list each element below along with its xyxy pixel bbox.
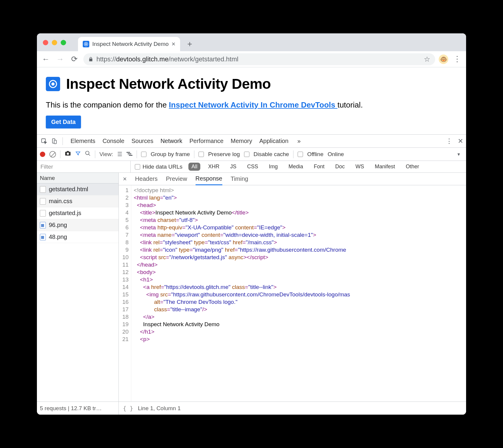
request-row[interactable]: getstarted.html — [37, 183, 118, 195]
filter-toggle-icon[interactable] — [75, 151, 81, 158]
record-button[interactable] — [40, 152, 45, 157]
devtools-panel-tabs: ElementsConsoleSourcesNetworkPerformance… — [67, 135, 292, 148]
panel-tab-memory[interactable]: Memory — [227, 135, 256, 148]
preserve-log-checkbox[interactable] — [199, 152, 204, 157]
url-text: https://devtools.glitch.me/network/getst… — [96, 55, 238, 63]
filter-type-doc[interactable]: Doc — [332, 163, 348, 171]
disable-cache-checkbox[interactable] — [244, 152, 249, 157]
throttling-dropdown-icon[interactable]: ▼ — [457, 152, 461, 157]
request-list: Name getstarted.htmlmain.cssgetstarted.j… — [37, 173, 119, 402]
filter-type-manifest[interactable]: Manifest — [372, 163, 398, 171]
filter-type-xhr[interactable]: XHR — [205, 163, 222, 171]
request-row[interactable]: main.css — [37, 195, 118, 207]
page-title: Inspect Network Activity Demo — [46, 76, 457, 92]
get-data-button[interactable]: Get Data — [46, 116, 81, 128]
tab-close-icon[interactable]: × — [172, 40, 176, 48]
reload-button[interactable]: ⟳ — [69, 54, 80, 65]
waterfall-icon[interactable] — [126, 151, 132, 158]
profile-avatar[interactable]: 🐵 — [439, 55, 448, 64]
request-row[interactable]: 96.png — [37, 219, 118, 231]
devtools-logo-icon — [46, 77, 60, 91]
network-filter-bar: Hide data URLs AllXHRJSCSSImgMediaFontDo… — [37, 161, 466, 173]
filter-type-css[interactable]: CSS — [244, 163, 261, 171]
request-row[interactable]: getstarted.js — [37, 207, 118, 219]
close-window-button[interactable] — [43, 40, 48, 45]
browser-tab[interactable]: Inspect Network Activity Demo × — [78, 37, 180, 51]
clear-button[interactable] — [49, 151, 56, 158]
document-file-icon — [40, 198, 46, 205]
request-list-header[interactable]: Name — [37, 173, 118, 183]
overflow-panels[interactable]: » — [294, 135, 304, 148]
filter-type-all[interactable]: All — [188, 163, 200, 171]
maximize-window-button[interactable] — [61, 40, 66, 45]
inspect-element-icon[interactable] — [40, 137, 48, 145]
svg-point-10 — [86, 151, 89, 155]
detail-tab-timing[interactable]: Timing — [231, 173, 248, 185]
browser-toolbar: ← → ⟳ https://devtools.glitch.me/network… — [37, 51, 466, 67]
screenshot-icon[interactable] — [65, 151, 71, 158]
detail-tab-preview[interactable]: Preview — [166, 173, 187, 185]
filter-type-img[interactable]: Img — [266, 163, 281, 171]
filter-input[interactable] — [37, 161, 131, 173]
request-detail: × HeadersPreviewResponseTiming 123456789… — [119, 173, 466, 402]
svg-point-1 — [85, 43, 87, 45]
new-tab-button[interactable]: + — [184, 38, 196, 50]
panel-tab-application[interactable]: Application — [256, 135, 292, 148]
device-toggle-icon[interactable] — [50, 137, 58, 145]
tab-strip: Inspect Network Activity Demo × + — [37, 33, 466, 51]
online-label: Online — [328, 151, 344, 158]
traffic-lights — [43, 40, 66, 45]
chrome-menu-button[interactable]: ⋮ — [452, 54, 463, 65]
panel-tab-sources[interactable]: Sources — [128, 135, 157, 148]
disable-cache-label: Disable cache — [254, 151, 289, 158]
request-name: main.css — [49, 198, 72, 205]
lock-icon — [88, 57, 93, 62]
detail-tab-headers[interactable]: Headers — [135, 173, 158, 185]
hide-data-urls-checkbox[interactable] — [135, 164, 140, 169]
svg-rect-8 — [67, 151, 69, 152]
devtools-tabs: ElementsConsoleSourcesNetworkPerformance… — [37, 135, 466, 148]
tutorial-link[interactable]: Inspect Network Activity In Chrome DevTo… — [169, 100, 337, 109]
svg-point-9 — [67, 153, 69, 155]
svg-point-3 — [51, 82, 55, 85]
filter-type-media[interactable]: Media — [285, 163, 306, 171]
response-source[interactable]: 123456789101112131415161718192021 <!doct… — [119, 185, 466, 402]
forward-button[interactable]: → — [55, 54, 65, 65]
minimize-window-button[interactable] — [52, 40, 57, 45]
back-button[interactable]: ← — [40, 54, 51, 65]
view-label: View: — [99, 151, 113, 158]
panel-tab-elements[interactable]: Elements — [67, 135, 99, 148]
filter-type-other[interactable]: Other — [403, 163, 422, 171]
preserve-log-label: Preserve log — [208, 151, 240, 158]
address-bar[interactable]: https://devtools.glitch.me/network/getst… — [83, 53, 435, 65]
pretty-print-icon[interactable]: { } — [123, 405, 133, 412]
filter-type-font[interactable]: Font — [311, 163, 327, 171]
request-row[interactable]: 48.png — [37, 231, 118, 243]
large-rows-icon[interactable]: ☰ — [117, 151, 122, 158]
offline-checkbox[interactable] — [298, 152, 303, 157]
image-file-icon — [40, 234, 46, 240]
bookmark-star-icon[interactable]: ☆ — [424, 55, 430, 63]
image-file-icon — [40, 222, 46, 228]
panel-tab-performance[interactable]: Performance — [186, 135, 227, 148]
close-detail-icon[interactable]: × — [123, 175, 127, 183]
network-main: Name getstarted.htmlmain.cssgetstarted.j… — [37, 173, 466, 402]
detail-tabs: × HeadersPreviewResponseTiming — [119, 173, 466, 185]
devtools-menu-icon[interactable]: ⋮ — [446, 137, 452, 145]
group-by-frame-checkbox[interactable] — [141, 152, 146, 157]
filter-type-ws[interactable]: WS — [352, 163, 367, 171]
svg-rect-12 — [128, 153, 131, 154]
panel-tab-console[interactable]: Console — [99, 135, 128, 148]
group-by-frame-label: Group by frame — [151, 151, 190, 158]
svg-rect-6 — [54, 140, 57, 144]
panel-tab-network[interactable]: Network — [157, 135, 186, 148]
request-name: 48.png — [49, 234, 67, 240]
source-code: <!doctype html><html lang="en"> <head> <… — [131, 185, 350, 402]
request-name: getstarted.js — [49, 210, 81, 217]
document-file-icon — [40, 186, 46, 193]
devtools-close-icon[interactable]: ✕ — [458, 137, 463, 145]
filter-type-js[interactable]: JS — [227, 163, 239, 171]
favicon-icon — [83, 41, 89, 47]
search-icon[interactable] — [85, 150, 91, 158]
detail-tab-response[interactable]: Response — [196, 173, 222, 185]
